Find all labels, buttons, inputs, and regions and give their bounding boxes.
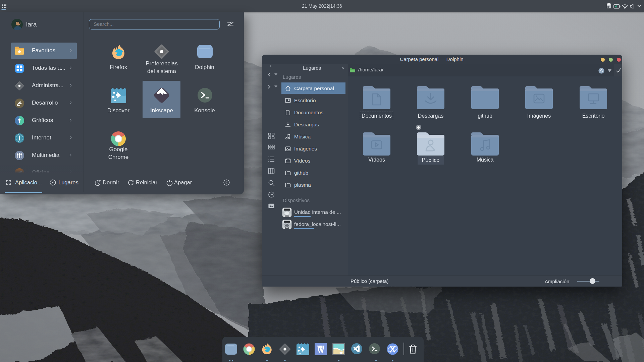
svg-text:z: z <box>100 179 101 181</box>
